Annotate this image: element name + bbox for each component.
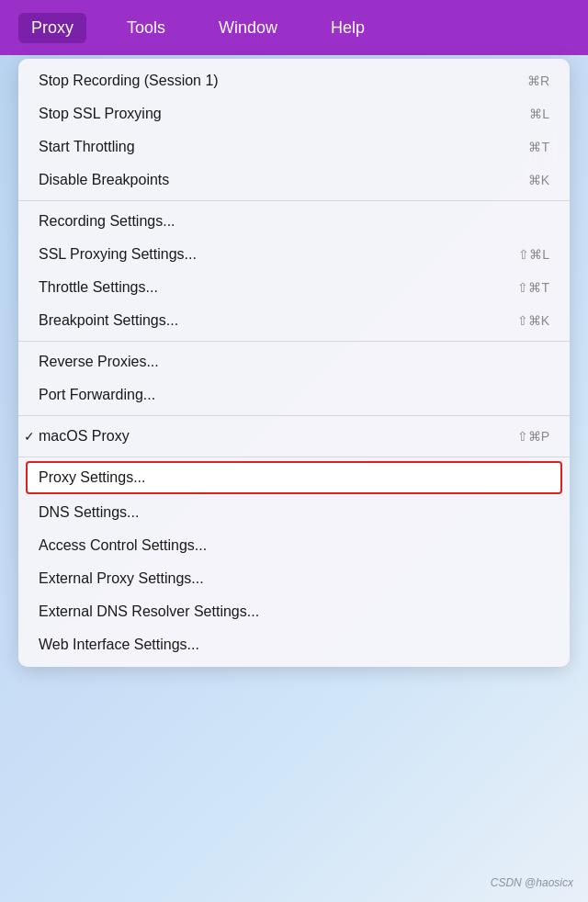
check-icon: ✓	[24, 429, 35, 444]
menu-item-label: macOS Proxy	[39, 428, 130, 445]
menu-item-reverse-proxies[interactable]: Reverse Proxies...	[18, 345, 570, 378]
menu-item-label: SSL Proxying Settings...	[39, 246, 197, 263]
menu-bar: Proxy Tools Window Help	[0, 0, 588, 55]
watermark: CSDN @haosicx	[491, 876, 573, 889]
menu-item-recording-settings[interactable]: Recording Settings...	[18, 205, 570, 238]
shortcut-throttling: ⌘T	[528, 140, 549, 154]
menu-item-external-dns[interactable]: External DNS Resolver Settings...	[18, 595, 570, 628]
menu-proxy[interactable]: Proxy	[18, 13, 86, 43]
menu-item-label: Stop Recording (Session 1)	[39, 73, 219, 89]
menu-item-dns-settings[interactable]: DNS Settings...	[18, 496, 570, 529]
menu-item-ssl-settings[interactable]: SSL Proxying Settings... ⇧⌘L	[18, 238, 570, 271]
menu-item-label: Start Throttling	[39, 139, 135, 155]
shortcut-stop-recording: ⌘R	[527, 73, 549, 88]
divider-4	[18, 457, 570, 457]
divider-3	[18, 415, 570, 416]
menu-item-macos-proxy[interactable]: ✓ macOS Proxy ⇧⌘P	[18, 420, 570, 453]
menu-item-label: Throttle Settings...	[39, 279, 158, 296]
menu-item-label: Port Forwarding...	[39, 387, 155, 403]
menu-item-label: Breakpoint Settings...	[39, 312, 178, 329]
divider-1	[18, 200, 570, 201]
shortcut-disable-breakpoints: ⌘K	[528, 173, 549, 187]
proxy-dropdown-menu: Stop Recording (Session 1) ⌘R Stop SSL P…	[18, 59, 570, 667]
menu-item-label: DNS Settings...	[39, 504, 139, 521]
shortcut-macos-proxy: ⇧⌘P	[517, 429, 549, 444]
menu-item-label: Proxy Settings...	[39, 469, 146, 486]
menu-item-breakpoint-settings[interactable]: Breakpoint Settings... ⇧⌘K	[18, 304, 570, 337]
menu-item-access-control[interactable]: Access Control Settings...	[18, 529, 570, 562]
menu-item-throttle-settings[interactable]: Throttle Settings... ⇧⌘T	[18, 271, 570, 304]
menu-item-label: Stop SSL Proxying	[39, 106, 162, 122]
menu-item-label: External Proxy Settings...	[39, 570, 204, 587]
menu-item-label: Recording Settings...	[39, 213, 175, 230]
menu-item-label: Access Control Settings...	[39, 537, 207, 554]
menu-item-label: Disable Breakpoints	[39, 172, 169, 188]
menu-window[interactable]: Window	[206, 13, 290, 43]
menu-item-start-throttling[interactable]: Start Throttling ⌘T	[18, 130, 570, 163]
menu-item-label: External DNS Resolver Settings...	[39, 603, 259, 620]
shortcut-ssl-settings: ⇧⌘L	[518, 247, 549, 262]
menu-item-port-forwarding[interactable]: Port Forwarding...	[18, 378, 570, 412]
menu-tools[interactable]: Tools	[114, 13, 178, 43]
menu-item-stop-recording[interactable]: Stop Recording (Session 1) ⌘R	[18, 64, 570, 97]
menu-item-disable-breakpoints[interactable]: Disable Breakpoints ⌘K	[18, 163, 570, 197]
menu-item-web-interface[interactable]: Web Interface Settings...	[18, 628, 570, 661]
shortcut-stop-ssl: ⌘L	[529, 107, 549, 121]
menu-item-label: Web Interface Settings...	[39, 637, 199, 653]
shortcut-breakpoint-settings: ⇧⌘K	[517, 313, 549, 328]
menu-help[interactable]: Help	[318, 13, 378, 43]
menu-item-stop-ssl[interactable]: Stop SSL Proxying ⌘L	[18, 97, 570, 130]
menu-item-label: Reverse Proxies...	[39, 354, 159, 370]
menu-item-external-proxy[interactable]: External Proxy Settings...	[18, 562, 570, 595]
shortcut-throttle-settings: ⇧⌘T	[517, 280, 549, 295]
menu-item-proxy-settings[interactable]: Proxy Settings...	[26, 461, 562, 494]
divider-2	[18, 341, 570, 342]
